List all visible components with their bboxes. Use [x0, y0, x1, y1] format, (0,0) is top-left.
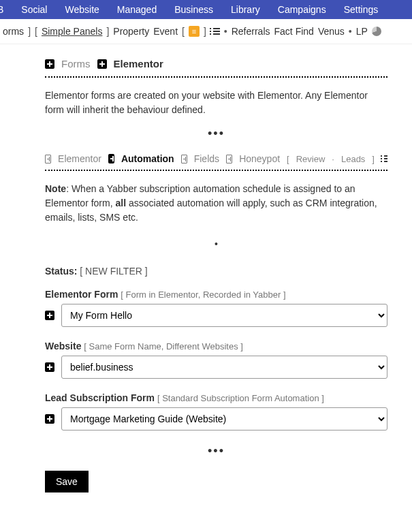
crumb-venus[interactable]: Venus	[318, 26, 345, 37]
divider	[45, 76, 387, 78]
crumb-forms[interactable]: orms	[3, 26, 24, 37]
lead-subscription-label: Lead Subscription Form	[45, 392, 155, 403]
tab-automation[interactable]: Automation	[121, 153, 174, 164]
list-icon[interactable]	[381, 155, 387, 162]
tab-honeypot[interactable]: Honeypot	[239, 153, 280, 164]
elementor-label[interactable]: Elementor	[114, 58, 163, 69]
plus-icon[interactable]	[45, 311, 54, 320]
crumb-referrals[interactable]: Referrals	[232, 26, 270, 37]
tab-row: Elementor Automation Fields Honeypot [ R…	[45, 153, 387, 164]
elementor-form-hint: [ Form in Elementor, Recorded in Yabber …	[121, 290, 285, 300]
nav-business[interactable]: Business	[174, 4, 213, 15]
breadcrumb: orms ] [ Simple Panels ] Property Event …	[0, 19, 412, 44]
note-text: Note: When a Yabber subscription automat…	[45, 182, 387, 225]
save-button[interactable]: Save	[45, 471, 89, 492]
tab-elementor[interactable]: Elementor	[58, 153, 101, 164]
status-row: Status: [ NEW FILTER ]	[45, 266, 387, 277]
status-filter[interactable]: [ NEW FILTER ]	[80, 266, 147, 277]
crumb-fact-find[interactable]: Fact Find	[274, 26, 314, 37]
website-select[interactable]: belief.business	[61, 356, 387, 379]
tab-review[interactable]: Review	[296, 154, 326, 164]
ellipsis-icon[interactable]: •••	[45, 127, 387, 141]
field-website: Website [ Same Form Name, Different Webs…	[45, 341, 387, 379]
crumb-event[interactable]: Event	[153, 26, 178, 37]
forms-label[interactable]: Forms	[61, 58, 91, 69]
top-nav: B Social Website Managed Business Librar…	[0, 0, 412, 19]
nav-website[interactable]: Website	[65, 4, 99, 15]
nav-social[interactable]: Social	[21, 4, 47, 15]
tab-leads[interactable]: Leads	[341, 154, 365, 164]
plus-outline-icon[interactable]	[226, 155, 232, 163]
plus-icon[interactable]	[45, 362, 54, 372]
nav-library[interactable]: Library	[231, 4, 260, 15]
plus-icon[interactable]	[108, 154, 114, 163]
panel-header: Forms Elementor	[45, 58, 387, 69]
nav-campaigns[interactable]: Campaigns	[278, 4, 326, 15]
panel-description: Elementor forms are created on your webs…	[45, 89, 387, 117]
crumb-lp[interactable]: LP	[356, 26, 368, 37]
elementor-form-select[interactable]: My Form Hello	[61, 304, 387, 327]
plus-outline-icon[interactable]	[181, 155, 187, 163]
field-elementor-form: Elementor Form [ Form in Elementor, Reco…	[45, 289, 387, 327]
badge-orange-icon[interactable]: ≡	[189, 26, 200, 37]
lead-subscription-hint: [ Standard Subscription Form Automation …	[157, 393, 324, 403]
plus-icon[interactable]	[97, 59, 107, 69]
tab-fields[interactable]: Fields	[194, 153, 219, 164]
nav-settings[interactable]: Settings	[344, 4, 379, 15]
nav-managed[interactable]: Managed	[117, 4, 157, 15]
field-lead-subscription: Lead Subscription Form [ Standard Subscr…	[45, 392, 387, 431]
plus-icon[interactable]	[45, 59, 54, 69]
plus-icon[interactable]	[45, 414, 54, 424]
ellipsis-icon[interactable]: •••	[45, 444, 387, 458]
dot-separator: •	[45, 238, 387, 249]
nav-b[interactable]: B	[0, 4, 3, 15]
plus-outline-icon[interactable]	[45, 155, 51, 163]
main-content: Forms Elementor Elementor forms are crea…	[0, 44, 412, 513]
crumb-simple-panels[interactable]: Simple Panels	[42, 26, 103, 37]
pie-chart-icon[interactable]	[372, 27, 381, 36]
status-label: Status:	[45, 266, 77, 277]
elementor-form-label: Elementor Form	[45, 289, 118, 300]
website-label: Website	[45, 341, 81, 351]
lead-subscription-select[interactable]: Mortgage Marketing Guide (Website)	[61, 407, 387, 431]
website-hint: [ Same Form Name, Different Websites ]	[84, 341, 243, 351]
divider	[45, 170, 387, 171]
list-icon[interactable]	[210, 28, 220, 35]
crumb-property[interactable]: Property	[113, 26, 149, 37]
